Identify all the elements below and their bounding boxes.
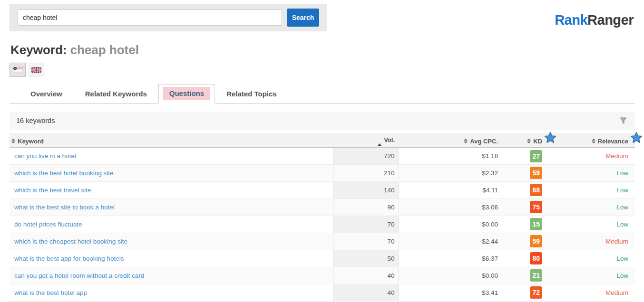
kd-badge: 72 [530, 286, 542, 299]
cpc-cell: $0.00 [399, 267, 501, 284]
country-button-us[interactable] [10, 63, 26, 77]
relevance-cell: Low [545, 164, 635, 181]
column-header-keyword[interactable]: Keyword [11, 138, 44, 145]
search-bar: Search [10, 4, 327, 31]
keyword-count: 16 keywords [16, 117, 55, 124]
relevance-cell: Low [545, 267, 635, 284]
keyword-link[interactable]: what is the best hotel app [10, 289, 87, 296]
tab-bar: Overview Related Keywords Questions Rela… [10, 86, 635, 104]
relevance-cell: Low [545, 198, 635, 216]
cpc-cell: $3.41 [399, 284, 501, 301]
table-row: which is the cheapest hotel booking site… [10, 233, 635, 250]
ascending-sort-icon [378, 136, 381, 143]
relevance-cell: Low [545, 216, 635, 233]
volume-cell: 210 [333, 164, 399, 181]
tab-questions[interactable]: Questions [158, 84, 215, 104]
relevance-cell: Low [545, 250, 635, 267]
search-button[interactable]: Search [287, 9, 319, 27]
filter-button[interactable] [618, 116, 628, 126]
keyword-link[interactable]: what is the best site to book a hotel [10, 204, 115, 211]
blue-star-icon[interactable] [544, 131, 557, 144]
search-input[interactable] [18, 9, 282, 26]
volume-cell: 40 [333, 284, 399, 301]
volume-cell: 40 [333, 267, 399, 284]
volume-cell: 140 [333, 181, 399, 198]
column-header-kd[interactable]: KD [527, 138, 542, 145]
cpc-cell: $0.00 [399, 216, 501, 233]
table-row: do hotel prices fluctuate 70 $0.00 15 Lo… [10, 216, 635, 233]
table-row: can you live in a hotel 720 $1.18 27 Med… [10, 147, 635, 164]
relevance-cell: Medium [545, 284, 635, 301]
kd-badge: 75 [530, 201, 542, 213]
volume-cell: 70 [333, 216, 399, 233]
results-toolbar: 16 keywords [10, 112, 635, 130]
us-flag-icon [13, 67, 23, 73]
kd-badge: 21 [530, 269, 542, 282]
keyword-link[interactable]: which is the cheapest hotel booking site [10, 238, 127, 245]
volume-cell: 70 [333, 233, 399, 250]
keyword-link[interactable]: what is the best app for booking hotels [10, 255, 124, 262]
cpc-cell: $2.32 [399, 164, 501, 181]
volume-cell: 50 [333, 250, 399, 267]
page-title-keyword: cheap hotel [70, 43, 138, 57]
keyword-link[interactable]: which is the best hotel booking site [10, 170, 114, 177]
tab-overview[interactable]: Overview [19, 90, 74, 103]
keyword-link[interactable]: which is the best travel site [10, 187, 91, 194]
cpc-cell: $3.06 [399, 198, 501, 216]
kd-badge: 27 [530, 150, 542, 162]
volume-cell: 90 [333, 198, 399, 216]
table-header-row: Keyword Vol. Avg CPC. [10, 133, 635, 147]
up-down-sort-icon [464, 139, 468, 143]
uk-flag-icon [31, 67, 41, 73]
column-header-avg-cpc[interactable]: Avg CPC. [464, 138, 498, 145]
kd-badge: 68 [530, 184, 542, 196]
rankranger-logo: RankRanger [555, 12, 634, 28]
up-down-sort-icon [11, 139, 15, 143]
logo-part-rank: Rank [555, 12, 587, 28]
cpc-cell: $6.37 [399, 250, 501, 267]
tab-questions-label: Questions [163, 87, 210, 100]
page-title: Keyword:cheap hotel [10, 43, 139, 57]
column-header-relevance[interactable]: Relevance [592, 138, 628, 145]
logo-part-ranger: Ranger [587, 12, 634, 28]
kd-badge: 80 [530, 252, 542, 264]
page-title-label: Keyword: [10, 43, 67, 57]
country-button-uk[interactable] [28, 63, 44, 77]
table-row: what is the best app for booking hotels … [10, 250, 635, 267]
blue-star-icon[interactable] [630, 131, 643, 144]
tab-related-keywords[interactable]: Related Keywords [74, 90, 158, 103]
up-down-sort-icon [527, 139, 531, 143]
relevance-cell: Medium [545, 147, 635, 164]
table-row: what is the best site to book a hotel 90… [10, 198, 635, 216]
keywords-table-body: can you live in a hotel 720 $1.18 27 Med… [10, 147, 635, 301]
keyword-link[interactable]: do hotel prices fluctuate [10, 221, 82, 228]
table-row: can you get a hotel room without a credi… [10, 267, 635, 284]
keyword-link[interactable]: can you live in a hotel [10, 152, 76, 160]
table-row: which is the best travel site 140 $4.11 … [10, 181, 635, 198]
keyword-link[interactable]: can you get a hotel room without a credi… [10, 272, 144, 279]
table-row: which is the best hotel booking site 210… [10, 164, 635, 181]
cpc-cell: $1.18 [399, 147, 501, 164]
relevance-cell: Low [545, 181, 635, 198]
kd-badge: 59 [530, 235, 542, 247]
keywords-table: Keyword Vol. Avg CPC. [10, 133, 635, 302]
tab-related-topics[interactable]: Related Topics [215, 90, 288, 103]
cpc-cell: $2.44 [399, 233, 501, 250]
relevance-cell: Medium [545, 233, 635, 250]
funnel-filter-icon [619, 119, 627, 126]
kd-badge: 15 [530, 218, 542, 230]
cpc-cell: $4.11 [399, 181, 501, 198]
up-down-sort-icon [592, 139, 595, 143]
table-row: what is the best hotel app 40 $3.41 72 M… [10, 284, 635, 301]
kd-badge: 59 [530, 167, 542, 179]
column-header-volume[interactable]: Vol. [378, 136, 395, 143]
volume-cell: 720 [333, 147, 399, 164]
country-selector [10, 63, 44, 77]
